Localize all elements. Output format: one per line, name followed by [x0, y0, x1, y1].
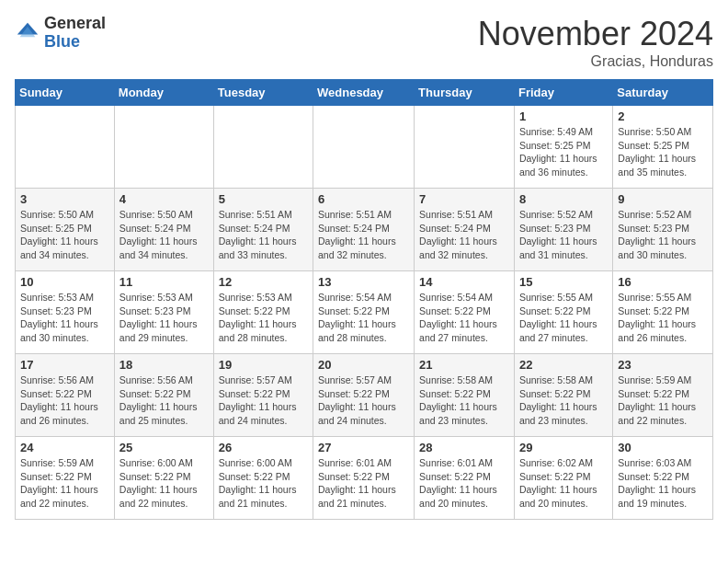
day-info: Sunrise: 5:51 AM Sunset: 5:24 PM Dayligh…	[419, 208, 509, 262]
day-number: 21	[419, 358, 509, 372]
calendar-cell: 30Sunrise: 6:03 AM Sunset: 5:22 PM Dayli…	[613, 437, 713, 520]
day-info: Sunrise: 5:55 AM Sunset: 5:22 PM Dayligh…	[519, 291, 608, 345]
day-number: 1	[519, 109, 608, 123]
day-info: Sunrise: 5:50 AM Sunset: 5:24 PM Dayligh…	[119, 208, 209, 262]
week-row-4: 17Sunrise: 5:56 AM Sunset: 5:22 PM Dayli…	[16, 354, 713, 437]
logo-icon	[15, 20, 40, 46]
day-info: Sunrise: 5:56 AM Sunset: 5:22 PM Dayligh…	[20, 373, 109, 428]
calendar-cell: 17Sunrise: 5:56 AM Sunset: 5:22 PM Dayli…	[16, 354, 115, 437]
day-number: 27	[318, 441, 409, 454]
calendar-cell: 26Sunrise: 6:00 AM Sunset: 5:22 PM Dayli…	[213, 437, 313, 520]
day-info: Sunrise: 5:57 AM Sunset: 5:22 PM Dayligh…	[318, 373, 409, 428]
day-number: 25	[119, 441, 209, 454]
day-number: 22	[519, 358, 608, 372]
day-info: Sunrise: 5:50 AM Sunset: 5:25 PM Dayligh…	[20, 208, 109, 262]
day-info: Sunrise: 5:51 AM Sunset: 5:24 PM Dayligh…	[219, 208, 308, 262]
day-info: Sunrise: 5:51 AM Sunset: 5:24 PM Dayligh…	[318, 208, 409, 262]
day-info: Sunrise: 5:57 AM Sunset: 5:22 PM Dayligh…	[219, 373, 308, 428]
logo-blue: Blue	[44, 32, 80, 51]
weekday-header-row: SundayMondayTuesdayWednesdayThursdayFrid…	[16, 80, 713, 106]
day-info: Sunrise: 6:00 AM Sunset: 5:22 PM Dayligh…	[119, 456, 209, 511]
day-number: 9	[618, 192, 708, 206]
location-subtitle: Gracias, Honduras	[478, 53, 713, 70]
day-number: 17	[20, 358, 109, 372]
calendar-cell: 21Sunrise: 5:58 AM Sunset: 5:22 PM Dayli…	[415, 354, 515, 437]
day-number: 12	[219, 275, 308, 289]
calendar-cell: 27Sunrise: 6:01 AM Sunset: 5:22 PM Dayli…	[313, 437, 415, 520]
calendar-cell: 15Sunrise: 5:55 AM Sunset: 5:22 PM Dayli…	[514, 271, 612, 354]
logo: General Blue	[15, 15, 106, 52]
day-info: Sunrise: 6:01 AM Sunset: 5:22 PM Dayligh…	[419, 456, 509, 511]
day-info: Sunrise: 6:00 AM Sunset: 5:22 PM Dayligh…	[219, 456, 308, 511]
day-number: 4	[119, 192, 209, 206]
day-number: 18	[119, 358, 209, 372]
day-number: 13	[318, 275, 409, 289]
day-number: 11	[119, 275, 209, 289]
calendar-cell: 10Sunrise: 5:53 AM Sunset: 5:23 PM Dayli…	[16, 271, 115, 354]
day-number: 30	[618, 441, 708, 454]
calendar-cell: 6Sunrise: 5:51 AM Sunset: 5:24 PM Daylig…	[313, 189, 415, 271]
day-info: Sunrise: 5:55 AM Sunset: 5:22 PM Dayligh…	[618, 291, 708, 345]
day-info: Sunrise: 5:49 AM Sunset: 5:25 PM Dayligh…	[519, 125, 608, 179]
day-number: 8	[519, 192, 608, 206]
day-info: Sunrise: 6:01 AM Sunset: 5:22 PM Dayligh…	[318, 456, 409, 511]
calendar-cell: 20Sunrise: 5:57 AM Sunset: 5:22 PM Dayli…	[313, 354, 415, 437]
week-row-3: 10Sunrise: 5:53 AM Sunset: 5:23 PM Dayli…	[16, 271, 713, 354]
day-info: Sunrise: 5:54 AM Sunset: 5:22 PM Dayligh…	[318, 291, 409, 345]
day-number: 19	[219, 358, 308, 372]
calendar-cell: 13Sunrise: 5:54 AM Sunset: 5:22 PM Dayli…	[313, 271, 415, 354]
month-title: November 2024	[478, 15, 713, 53]
calendar-cell	[313, 106, 415, 189]
calendar-cell: 11Sunrise: 5:53 AM Sunset: 5:23 PM Dayli…	[114, 271, 213, 354]
calendar-cell: 23Sunrise: 5:59 AM Sunset: 5:22 PM Dayli…	[613, 354, 713, 437]
day-info: Sunrise: 5:52 AM Sunset: 5:23 PM Dayligh…	[519, 208, 608, 262]
day-number: 10	[20, 275, 109, 289]
day-info: Sunrise: 6:03 AM Sunset: 5:22 PM Dayligh…	[618, 456, 708, 511]
calendar-cell: 9Sunrise: 5:52 AM Sunset: 5:23 PM Daylig…	[613, 189, 713, 271]
title-block: November 2024 Gracias, Honduras	[478, 15, 713, 70]
weekday-header-tuesday: Tuesday	[213, 80, 313, 106]
week-row-2: 3Sunrise: 5:50 AM Sunset: 5:25 PM Daylig…	[16, 189, 713, 271]
weekday-header-saturday: Saturday	[613, 80, 713, 106]
day-info: Sunrise: 5:50 AM Sunset: 5:25 PM Dayligh…	[618, 125, 708, 179]
day-number: 24	[20, 441, 109, 454]
calendar-cell: 2Sunrise: 5:50 AM Sunset: 5:25 PM Daylig…	[613, 106, 713, 189]
day-number: 16	[618, 275, 708, 289]
weekday-header-sunday: Sunday	[16, 80, 115, 106]
calendar-cell: 25Sunrise: 6:00 AM Sunset: 5:22 PM Dayli…	[114, 437, 213, 520]
day-info: Sunrise: 5:59 AM Sunset: 5:22 PM Dayligh…	[618, 373, 708, 428]
day-number: 7	[419, 192, 509, 206]
calendar-cell: 4Sunrise: 5:50 AM Sunset: 5:24 PM Daylig…	[114, 189, 213, 271]
calendar-cell	[16, 106, 115, 189]
day-number: 23	[618, 358, 708, 372]
calendar-cell	[213, 106, 313, 189]
day-info: Sunrise: 5:59 AM Sunset: 5:22 PM Dayligh…	[20, 456, 109, 511]
logo-general: General	[44, 14, 106, 32]
week-row-5: 24Sunrise: 5:59 AM Sunset: 5:22 PM Dayli…	[16, 437, 713, 520]
weekday-header-wednesday: Wednesday	[313, 80, 415, 106]
day-number: 26	[219, 441, 308, 454]
calendar-cell: 5Sunrise: 5:51 AM Sunset: 5:24 PM Daylig…	[213, 189, 313, 271]
calendar-cell: 29Sunrise: 6:02 AM Sunset: 5:22 PM Dayli…	[514, 437, 612, 520]
calendar-cell: 16Sunrise: 5:55 AM Sunset: 5:22 PM Dayli…	[613, 271, 713, 354]
day-info: Sunrise: 5:54 AM Sunset: 5:22 PM Dayligh…	[419, 291, 509, 345]
weekday-header-monday: Monday	[114, 80, 213, 106]
day-number: 14	[419, 275, 509, 289]
day-info: Sunrise: 5:58 AM Sunset: 5:22 PM Dayligh…	[519, 373, 608, 428]
calendar-cell: 14Sunrise: 5:54 AM Sunset: 5:22 PM Dayli…	[415, 271, 515, 354]
calendar-cell: 24Sunrise: 5:59 AM Sunset: 5:22 PM Dayli…	[16, 437, 115, 520]
day-info: Sunrise: 5:53 AM Sunset: 5:23 PM Dayligh…	[119, 291, 209, 345]
day-number: 28	[419, 441, 509, 454]
day-info: Sunrise: 5:53 AM Sunset: 5:22 PM Dayligh…	[219, 291, 308, 345]
calendar-cell: 1Sunrise: 5:49 AM Sunset: 5:25 PM Daylig…	[514, 106, 612, 189]
calendar-cell: 22Sunrise: 5:58 AM Sunset: 5:22 PM Dayli…	[514, 354, 612, 437]
calendar-cell: 7Sunrise: 5:51 AM Sunset: 5:24 PM Daylig…	[415, 189, 515, 271]
calendar-cell	[114, 106, 213, 189]
calendar-cell	[415, 106, 515, 189]
calendar-cell: 3Sunrise: 5:50 AM Sunset: 5:25 PM Daylig…	[16, 189, 115, 271]
day-info: Sunrise: 6:02 AM Sunset: 5:22 PM Dayligh…	[519, 456, 608, 511]
week-row-1: 1Sunrise: 5:49 AM Sunset: 5:25 PM Daylig…	[16, 106, 713, 189]
calendar-table: SundayMondayTuesdayWednesdayThursdayFrid…	[15, 79, 713, 520]
day-info: Sunrise: 5:56 AM Sunset: 5:22 PM Dayligh…	[119, 373, 209, 428]
page-header: General Blue November 2024 Gracias, Hond…	[15, 15, 713, 70]
